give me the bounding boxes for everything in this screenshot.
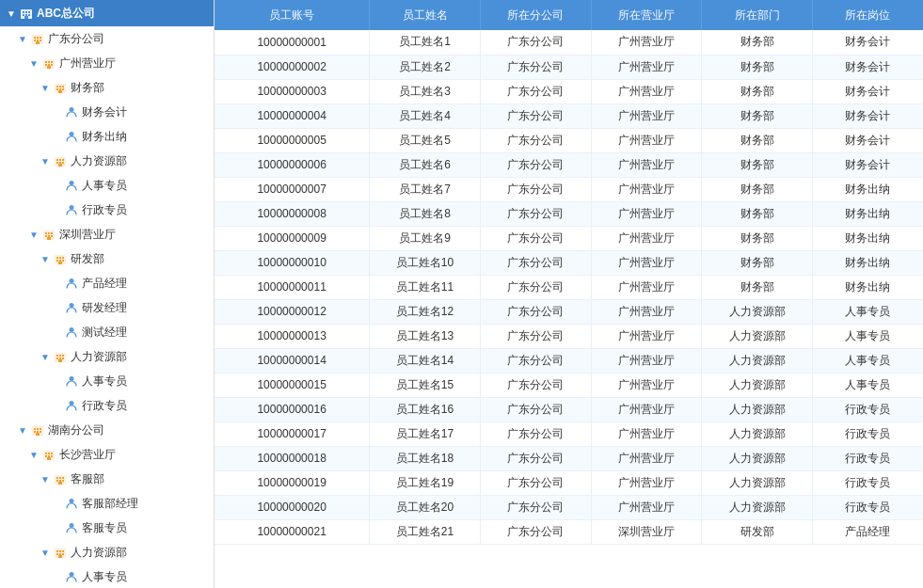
tree-root-toggle: ▼	[4, 8, 19, 19]
svg-rect-95	[62, 480, 64, 482]
table-row[interactable]: 10000000018员工姓名18广东分公司广州营业厅人力资源部行政专员	[215, 446, 923, 470]
table-row[interactable]: 10000000013员工姓名13广东分公司广州营业厅人力资源部人事专员	[215, 324, 923, 348]
col-header-company: 所在分公司	[480, 0, 591, 30]
table-row[interactable]: 10000000021员工姓名21广东分公司深圳营业厅研发部产品经理	[215, 519, 923, 544]
cell-empno: 10000000021	[215, 519, 370, 544]
tree-label-kfb: 客服部	[71, 471, 104, 487]
table-row[interactable]: 10000000016员工姓名16广东分公司广州营业厅人力资源部行政专员	[215, 397, 923, 421]
tree-item-yfb[interactable]: ▼ 研发部	[0, 246, 214, 271]
table-panel[interactable]: 员工账号 员工姓名 所在分公司 所在营业厅 所在部门 所在岗位 10000000…	[215, 0, 923, 588]
tree-item-rlzy[interactable]: ▼ 人力资源部	[0, 149, 214, 173]
svg-rect-104	[59, 553, 61, 555]
table-row[interactable]: 10000000007员工姓名7广东分公司广州营业厅财务部财务出纳	[215, 177, 923, 201]
tree-item-xzzy[interactable]: 行政专员	[0, 198, 214, 222]
cell-name: 员工姓名19	[370, 470, 481, 495]
svg-point-71	[70, 376, 74, 381]
tree-item-guangdong[interactable]: ▼ 广东分公司	[0, 26, 214, 51]
tree-icon-rlzy3	[53, 545, 68, 560]
svg-rect-7	[24, 16, 28, 19]
cell-company: 广东分公司	[480, 177, 591, 201]
svg-rect-74	[34, 428, 36, 430]
svg-rect-21	[48, 64, 50, 66]
cell-dept: 人力资源部	[702, 324, 813, 348]
table-row[interactable]: 10000000020员工姓名20广东分公司广州营业厅人力资源部行政专员	[215, 495, 923, 519]
tree-item-hunan[interactable]: ▼ 湖南分公司	[0, 418, 214, 442]
table-row[interactable]: 10000000014员工姓名14广东分公司广州营业厅人力资源部人事专员	[215, 348, 923, 373]
table-row[interactable]: 10000000001员工姓名1广东分公司广州营业厅财务部财务会计	[215, 30, 923, 55]
tree-item-xzzy2[interactable]: 行政专员	[0, 393, 214, 418]
svg-rect-65	[59, 355, 61, 357]
tree-root[interactable]: ▼ ABC总公司	[0, 0, 214, 26]
cell-pos: 财务出纳	[812, 275, 923, 299]
svg-point-107	[70, 572, 74, 577]
tree-item-rlzy2[interactable]: ▼ 人力资源部	[0, 344, 214, 369]
tree-label-rlzy3: 人力资源部	[71, 545, 127, 561]
tree-item-shenzhen[interactable]: ▼ 深圳营业厅	[0, 222, 214, 246]
svg-rect-67	[56, 358, 58, 359]
table-row[interactable]: 10000000002员工姓名2广东分公司广州营业厅财务部财务会计	[215, 55, 923, 79]
cell-dept: 人力资源部	[702, 421, 813, 446]
svg-rect-2	[25, 11, 27, 13]
svg-rect-10	[37, 37, 39, 39]
table-row[interactable]: 10000000006员工姓名6广东分公司广州营业厅财务部财务会计	[215, 152, 923, 177]
cell-pos: 行政专员	[812, 470, 923, 495]
cell-name: 员工姓名10	[370, 250, 481, 275]
tree-item-rszy[interactable]: 人事专员	[0, 173, 214, 198]
tree-item-kfzy[interactable]: 客服专员	[0, 516, 214, 540]
svg-rect-25	[56, 86, 58, 87]
cell-name: 员工姓名2	[370, 55, 481, 79]
svg-rect-85	[45, 455, 47, 457]
cell-name: 员工姓名4	[370, 103, 481, 128]
cell-hall: 广州营业厅	[591, 299, 702, 324]
svg-rect-47	[51, 232, 53, 234]
tree-item-changsha[interactable]: ▼ 长沙营业厅	[0, 442, 214, 467]
svg-point-33	[70, 132, 74, 136]
table-row[interactable]: 10000000010员工姓名10广东分公司广州营业厅财务部财务出纳	[215, 250, 923, 275]
tree-item-cpjl[interactable]: 产品经理	[0, 271, 214, 295]
cell-company: 广东分公司	[480, 519, 591, 544]
table-row[interactable]: 10000000019员工姓名19广东分公司广州营业厅人力资源部行政专员	[215, 470, 923, 495]
tree-item-guangzhou[interactable]: ▼ 广州营业厅	[0, 51, 214, 75]
tree-item-rszy2[interactable]: 人事专员	[0, 369, 214, 393]
tree-item-cwkj[interactable]: 财务会计	[0, 100, 214, 124]
tree-item-yfjl[interactable]: 研发经理	[0, 295, 214, 320]
col-header-empno: 员工账号	[215, 0, 370, 30]
table-row[interactable]: 10000000004员工姓名4广东分公司广州营业厅财务部财务会计	[215, 103, 923, 128]
tree-label-rlzy2: 人力资源部	[71, 349, 127, 365]
svg-rect-69	[62, 358, 64, 359]
cell-hall: 广州营业厅	[591, 421, 702, 446]
col-header-dept: 所在部门	[702, 0, 813, 30]
tree-item-kfbjl[interactable]: 客服部经理	[0, 491, 214, 516]
svg-rect-40	[62, 162, 64, 164]
cell-empno: 10000000011	[215, 275, 370, 299]
table-row[interactable]: 10000000003员工姓名3广东分公司广州营业厅财务部财务会计	[215, 79, 923, 103]
tree-item-cwcn[interactable]: 财务出纳	[0, 124, 214, 149]
tree-item-kfb[interactable]: ▼ 客服部	[0, 467, 214, 491]
tree-item-csjl[interactable]: 测试经理	[0, 320, 214, 344]
table-row[interactable]: 10000000005员工姓名5广东分公司广州营业厅财务部财务会计	[215, 128, 923, 152]
table-row[interactable]: 10000000011员工姓名11广东分公司广州营业厅财务部财务出纳	[215, 275, 923, 299]
cell-company: 广东分公司	[480, 128, 591, 152]
cell-hall: 广州营业厅	[591, 79, 702, 103]
table-row[interactable]: 10000000015员工姓名15广东分公司广州营业厅人力资源部人事专员	[215, 373, 923, 397]
cell-company: 广东分公司	[480, 446, 591, 470]
cell-empno: 10000000008	[215, 201, 370, 226]
tree-item-rlzy3[interactable]: ▼ 人力资源部	[0, 540, 214, 564]
tree-icon-rszy3	[64, 569, 79, 584]
table-row[interactable]: 10000000012员工姓名12广东分公司广州营业厅人力资源部人事专员	[215, 299, 923, 324]
svg-rect-88	[47, 457, 51, 460]
cell-dept: 人力资源部	[702, 348, 813, 373]
tree-panel[interactable]: ▼ ABC总公司 ▼ 广东	[0, 0, 215, 588]
tree-item-rszy3[interactable]: 人事专员	[0, 564, 214, 588]
table-row[interactable]: 10000000008员工姓名8广东分公司广州营业厅财务部财务出纳	[215, 201, 923, 226]
table-row[interactable]: 10000000017员工姓名17广东分公司广州营业厅人力资源部行政专员	[215, 421, 923, 446]
svg-rect-76	[40, 428, 41, 430]
svg-rect-80	[36, 433, 40, 436]
cell-pos: 财务出纳	[812, 250, 923, 275]
svg-rect-59	[58, 262, 62, 264]
employee-table: 员工账号 员工姓名 所在分公司 所在营业厅 所在部门 所在岗位 10000000…	[215, 0, 923, 545]
tree-icon-cwcn	[64, 129, 79, 144]
tree-item-cwb[interactable]: ▼ 财务部	[0, 75, 214, 100]
svg-rect-26	[59, 86, 61, 87]
table-row[interactable]: 10000000009员工姓名9广东分公司广州营业厅财务部财务出纳	[215, 226, 923, 250]
